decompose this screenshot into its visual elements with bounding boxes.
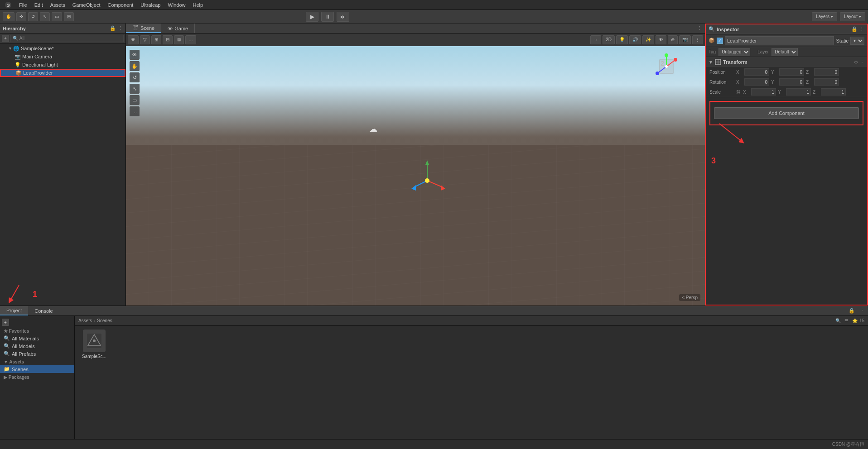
scene-gizmo2-btn[interactable]: ⊕: [668, 35, 678, 44]
scene-light-btn[interactable]: 💡: [616, 35, 628, 44]
search-icon: 🔍: [4, 351, 10, 357]
scale-x-input[interactable]: [751, 88, 776, 96]
transform-section-header[interactable]: ▼ Transform ⚙ ⋮: [706, 57, 867, 67]
scale-z-label: Z: [813, 90, 819, 95]
scale-z-input[interactable]: [821, 88, 846, 96]
tool-transform[interactable]: ⊞: [64, 12, 74, 21]
menu-item-file[interactable]: File: [15, 1, 31, 9]
scene-ctrl-rotate[interactable]: ↺: [130, 72, 140, 82]
inspector-object-name[interactable]: [725, 36, 834, 45]
hierarchy-lock[interactable]: 🔒: [110, 25, 116, 31]
tool-rotate[interactable]: ↺: [28, 12, 38, 21]
menu-item-gameobject[interactable]: GameObject: [69, 1, 104, 9]
scene-audio-btn[interactable]: 🔊: [629, 35, 641, 44]
sidebar-all-materials[interactable]: 🔍 All Materials: [0, 334, 74, 342]
bottom-tabs: Project Console 🔒 ⋮: [0, 306, 868, 316]
scene-hidden-btn[interactable]: 👁: [656, 35, 666, 44]
scene-more2-btn[interactable]: ⋮: [692, 35, 703, 44]
search-icon: 🔍: [13, 36, 18, 41]
inspector-menu[interactable]: ⋮: [859, 26, 864, 32]
layout-dropdown[interactable]: Layout: [840, 12, 865, 21]
tab-scene[interactable]: 🎬 Scene: [126, 24, 161, 33]
menu-item-ultraleap[interactable]: Ultraleap: [137, 1, 164, 9]
project-search[interactable]: 🔍: [835, 318, 841, 323]
sidebar-all-models[interactable]: 🔍 All Models: [0, 342, 74, 350]
position-label: Position: [709, 70, 734, 75]
step-button[interactable]: ⏭: [337, 12, 349, 22]
scene-shaded-btn[interactable]: ▽: [140, 35, 150, 44]
hierarchy-menu[interactable]: ⋮: [118, 25, 123, 31]
position-z-input[interactable]: [814, 68, 839, 76]
tab-console[interactable]: Console: [28, 306, 59, 315]
project-add[interactable]: +: [2, 319, 9, 326]
static-dropdown[interactable]: ▾: [850, 37, 864, 45]
transform-menu[interactable]: ⋮: [860, 60, 864, 65]
scene-snap-btn[interactable]: ⊠: [174, 35, 184, 44]
scene-gizmo-btn[interactable]: ⊞: [151, 35, 161, 44]
rotation-y-input[interactable]: [779, 78, 804, 86]
asset-samplescene[interactable]: SampleSc...: [78, 330, 110, 359]
tool-hand[interactable]: ✋: [3, 12, 14, 21]
menu-item-window[interactable]: Window: [164, 1, 189, 9]
rotation-x-input[interactable]: [744, 78, 769, 86]
scene-fx-btn[interactable]: ✨: [642, 35, 654, 44]
scale-y-input[interactable]: [786, 88, 811, 96]
bottom-lock[interactable]: 🔒: [846, 308, 858, 314]
layer-dropdown[interactable]: Default: [772, 48, 798, 56]
tool-move[interactable]: ✛: [16, 12, 26, 21]
hierarchy-item-leapprovider[interactable]: 📦 LeapProvider: [0, 69, 125, 77]
annotation-3-arrow: [715, 119, 751, 146]
scene-ctrl-move[interactable]: ✋: [130, 61, 140, 71]
scene-persp-btn[interactable]: ↔: [590, 35, 601, 44]
layers-dropdown[interactable]: Layers: [812, 12, 837, 21]
scene-view-btn[interactable]: 👁: [128, 35, 139, 44]
scene-ctrl-scale[interactable]: ⤡: [130, 84, 140, 94]
add-component-button[interactable]: Add Component: [714, 107, 859, 119]
play-button[interactable]: ▶: [306, 12, 318, 22]
annotation-1-label: 1: [33, 290, 37, 299]
pause-button[interactable]: ⏸: [321, 12, 334, 22]
scene-ctrl-more[interactable]: …: [130, 106, 140, 116]
hierarchy-add[interactable]: +: [2, 35, 9, 42]
menu-item-assets[interactable]: Assets: [47, 1, 69, 9]
sidebar-scenes[interactable]: 📁 Scenes: [0, 365, 74, 373]
inspector-lock[interactable]: 🔒: [851, 26, 858, 32]
transform-settings[interactable]: ⚙: [854, 60, 858, 65]
inspector-header: 🔍 Inspector 🔒 ⋮: [706, 24, 867, 34]
scene-toolbar: 👁 ▽ ⊞ ⊟ ⊠ … ↔ 2D 💡 🔊 ✨ 👁 ⊕ 📷 ⋮: [126, 33, 705, 46]
svg-line-6: [427, 181, 443, 187]
hierarchy-item-maincamera[interactable]: 📷 Main Camera: [0, 53, 125, 61]
transform-gizmo-svg: [405, 158, 450, 203]
tool-rect[interactable]: ▭: [52, 12, 62, 21]
hierarchy-item-samplescene[interactable]: ▼ 🌐 SampleScene*: [0, 44, 125, 53]
menu-item-help[interactable]: Help: [189, 1, 207, 9]
tab-project[interactable]: Project: [0, 306, 28, 315]
menu-item-edit[interactable]: Edit: [31, 1, 47, 9]
folder-icon: 📁: [4, 366, 10, 372]
menu-item-component[interactable]: Component: [104, 1, 137, 9]
inspector-active-checkbox[interactable]: ✓: [717, 38, 723, 44]
rot-y-label: Y: [771, 80, 777, 85]
breadcrumb-item: Assets: [78, 318, 92, 323]
tag-dropdown[interactable]: Untagged: [719, 48, 750, 56]
sidebar-all-prefabs[interactable]: 🔍 All Prefabs: [0, 350, 74, 358]
hierarchy-item-directionallight[interactable]: 💡 Directional Light: [0, 61, 125, 69]
tab-scene-label: Scene: [140, 25, 154, 31]
project-view-options[interactable]: ☰: [844, 318, 849, 323]
scene-more-btn[interactable]: …: [185, 35, 196, 44]
scene-ctrl-eye[interactable]: 👁: [130, 50, 140, 60]
scene-camera-btn[interactable]: 📷: [679, 35, 691, 44]
tab-game[interactable]: 👁 Game: [161, 24, 195, 33]
scene-2d-btn[interactable]: 2D: [603, 35, 615, 44]
scene-menu[interactable]: ⋮: [694, 25, 705, 31]
project-sort[interactable]: ⭐: [852, 318, 858, 323]
tool-scale[interactable]: ⤡: [40, 12, 50, 21]
scene-grid-btn[interactable]: ⊟: [163, 35, 173, 44]
scene-ctrl-rect[interactable]: ▭: [130, 95, 140, 105]
rotation-z-input[interactable]: [814, 78, 839, 86]
pos-x-label: X: [736, 70, 743, 75]
bottom-menu[interactable]: ⋮: [858, 308, 868, 314]
position-y-input[interactable]: [779, 68, 804, 76]
hierarchy-search[interactable]: 🔍 All: [10, 35, 124, 42]
position-x-input[interactable]: [744, 68, 769, 76]
